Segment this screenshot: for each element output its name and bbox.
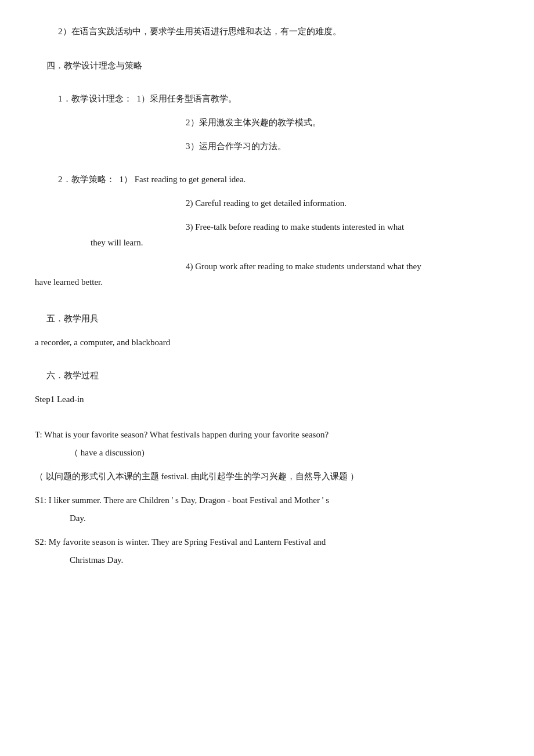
- s2-line1: S2: My favorite season is winter. They a…: [35, 534, 499, 550]
- teacher-discussion: （ have a discussion): [70, 445, 499, 461]
- s1-line2: Day.: [70, 511, 499, 526]
- section5-header: 五．教学用具: [46, 311, 499, 327]
- strategy-sub3: 3) Free-talk before reading to make stud…: [35, 219, 499, 251]
- step1-title: Step1 Lead-in: [35, 392, 499, 407]
- note-line: （ 以问题的形式引入本课的主题 festival. 由此引起学生的学习兴趣，自然…: [35, 469, 499, 484]
- strategy-sub2: 2) Careful reading to get detailed infor…: [186, 196, 499, 211]
- tools-text: a recorder, a computer, and blackboard: [35, 335, 499, 350]
- teaching-strategy-header: 2．教学策略： 1） Fast reading to get general i…: [58, 172, 499, 187]
- difficulty-line: 2）在语言实践活动中，要求学生用英语进行思维和表达，有一定的难度。: [58, 23, 499, 40]
- strategy-sub4: 4) Group work after reading to make stud…: [35, 259, 499, 290]
- teaching-concept-sub3: 3）运用合作学习的方法。: [186, 139, 499, 154]
- teaching-concept-header: 1．教学设计理念： 1）采用任务型语言教学。: [58, 91, 499, 107]
- teaching-concept-sub2: 2）采用激发主体兴趣的教学模式。: [186, 115, 499, 131]
- s2-line2: Christmas Day.: [70, 552, 499, 568]
- s1-line1: S1: I liker summer. There are Children '…: [35, 493, 499, 508]
- teacher-question: T: What is your favorite season? What fe…: [35, 427, 499, 443]
- section6-header: 六．教学过程: [46, 368, 499, 384]
- page-content: 2）在语言实践活动中，要求学生用英语进行思维和表达，有一定的难度。 四．教学设计…: [35, 23, 499, 568]
- section4-header: 四．教学设计理念与策略: [46, 57, 499, 74]
